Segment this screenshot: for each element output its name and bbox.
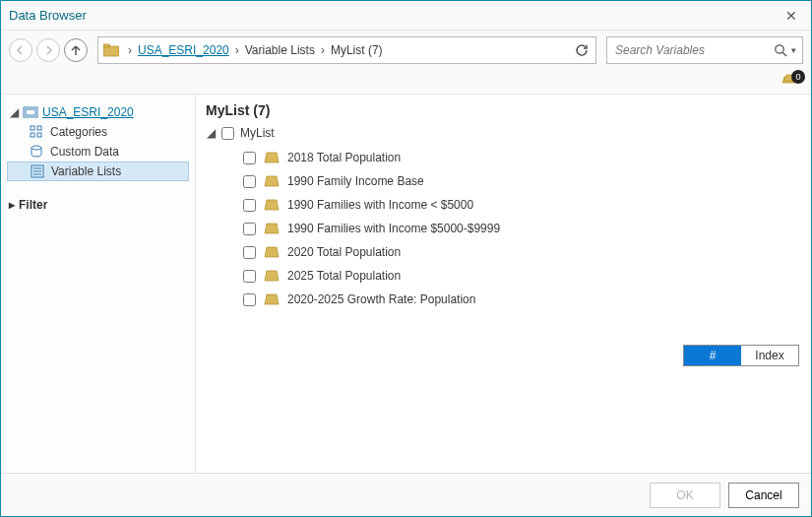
dataset-icon (23, 106, 38, 118)
data-browser-window: Data Browser ✕ › USA_ESRI_2020 › Variabl… (0, 0, 812, 517)
variable-row[interactable]: 2025 Total Population (204, 264, 799, 288)
breadcrumb-root[interactable]: USA_ESRI_2020 (136, 43, 231, 57)
variable-label: 1990 Families with Income $5000-$9999 (287, 222, 500, 235)
variable-icon (264, 151, 280, 164)
footer: OK Cancel (1, 473, 811, 516)
chevron-right-icon[interactable]: › (317, 43, 329, 57)
database-icon (29, 145, 44, 159)
toolbar: › USA_ESRI_2020 › Variable Lists › MyLis… (1, 31, 811, 70)
variable-label: 2018 Total Population (287, 151, 401, 164)
svg-rect-0 (104, 46, 119, 56)
titlebar: Data Browser ✕ (1, 1, 811, 31)
body: ◢ USA_ESRI_2020 Categories Custom Data (1, 94, 811, 473)
folder-icon (102, 43, 120, 57)
variable-checkbox[interactable] (243, 175, 256, 188)
collapse-icon[interactable]: ◢ (206, 126, 216, 140)
nav-up-button[interactable] (64, 38, 88, 62)
selection-count-badge: 0 (791, 70, 805, 84)
variable-checkbox[interactable] (243, 270, 256, 283)
breadcrumb-bar[interactable]: › USA_ESRI_2020 › Variable Lists › MyLis… (97, 36, 596, 64)
svg-marker-17 (265, 153, 279, 162)
variable-row[interactable]: 2018 Total Population (204, 146, 799, 169)
chevron-right-icon[interactable]: ▸ (9, 198, 15, 212)
list-root-label: MyList (240, 126, 275, 140)
breadcrumb-seg2[interactable]: MyList (7) (329, 43, 385, 57)
selection-badge-row: 0 (1, 70, 811, 94)
refresh-button[interactable] (570, 38, 593, 62)
value-format-toggle[interactable]: # Index (683, 345, 799, 366)
dropdown-icon[interactable]: ▾ (791, 45, 796, 55)
svg-marker-20 (265, 224, 279, 233)
svg-rect-9 (37, 126, 41, 130)
variable-label: 2025 Total Population (287, 269, 401, 283)
stack-icon[interactable]: 0 (780, 72, 801, 90)
svg-marker-19 (265, 200, 279, 210)
toggle-hash[interactable]: # (684, 346, 741, 365)
list-icon (30, 164, 45, 178)
chevron-right-icon[interactable]: › (231, 43, 243, 57)
svg-rect-8 (31, 126, 34, 130)
variable-checkbox[interactable] (243, 223, 256, 235)
svg-line-3 (782, 52, 786, 56)
close-button[interactable]: ✕ (780, 4, 803, 28)
variable-row[interactable]: 2020-2025 Growth Rate: Population (204, 288, 799, 311)
svg-point-12 (31, 146, 41, 150)
svg-marker-18 (265, 176, 279, 186)
svg-rect-10 (31, 133, 34, 137)
sidebar-item-label: Variable Lists (51, 164, 121, 178)
collapse-icon[interactable]: ◢ (9, 105, 19, 119)
filter-label: Filter (19, 198, 47, 212)
variable-icon (264, 222, 280, 235)
search-box[interactable]: ▾ (606, 36, 803, 64)
variable-icon (264, 269, 280, 283)
sidebar: ◢ USA_ESRI_2020 Categories Custom Data (1, 95, 196, 473)
variable-label: 2020-2025 Growth Rate: Population (287, 292, 475, 306)
sidebar-item-label: Categories (50, 125, 107, 139)
search-input[interactable] (613, 42, 774, 58)
sidebar-item-label: Custom Data (50, 145, 119, 159)
grid-icon (29, 125, 44, 139)
nav-back-button[interactable] (9, 38, 32, 62)
svg-point-2 (776, 45, 783, 53)
tree-root-label: USA_ESRI_2020 (42, 105, 134, 119)
sidebar-item-custom-data[interactable]: Custom Data (7, 142, 189, 162)
svg-rect-7 (26, 109, 35, 115)
main-panel: MyList (7) ◢ MyList 2018 Total Populatio… (196, 95, 811, 473)
svg-marker-21 (265, 247, 279, 257)
breadcrumb-seg1[interactable]: Variable Lists (243, 43, 317, 57)
filter-section[interactable]: ▸ Filter (7, 195, 189, 215)
window-title: Data Browser (9, 8, 87, 23)
variable-icon (264, 174, 280, 188)
search-icon[interactable] (774, 43, 787, 57)
svg-rect-1 (104, 44, 110, 47)
variable-icon (264, 292, 280, 306)
variable-checkbox[interactable] (243, 293, 256, 306)
variable-label: 1990 Families with Income < $5000 (287, 198, 473, 212)
svg-marker-22 (265, 271, 279, 281)
variable-icon (264, 245, 280, 259)
variable-checkbox[interactable] (243, 199, 256, 212)
variable-checkbox[interactable] (243, 152, 256, 164)
variable-label: 1990 Family Income Base (287, 174, 424, 188)
toggle-index[interactable]: Index (741, 346, 798, 365)
variable-icon (264, 198, 280, 212)
tree-root-node[interactable]: ◢ USA_ESRI_2020 (7, 102, 189, 122)
cancel-button[interactable]: Cancel (728, 483, 799, 508)
sidebar-item-categories[interactable]: Categories (7, 122, 189, 142)
variable-row[interactable]: 2020 Total Population (204, 240, 799, 264)
variable-row[interactable]: 1990 Families with Income $5000-$9999 (204, 217, 799, 240)
variable-checkbox[interactable] (243, 246, 256, 259)
list-heading: MyList (7) (206, 102, 799, 118)
list-root-checkbox[interactable] (221, 127, 234, 140)
svg-rect-11 (37, 133, 41, 137)
nav-forward-button[interactable] (36, 38, 60, 62)
sidebar-item-variable-lists[interactable]: Variable Lists (7, 162, 189, 181)
variable-label: 2020 Total Population (287, 245, 401, 259)
list-root-row[interactable]: ◢ MyList (204, 124, 799, 146)
variable-row[interactable]: 1990 Families with Income < $5000 (204, 193, 799, 217)
ok-button[interactable]: OK (650, 483, 720, 508)
variable-row[interactable]: 1990 Family Income Base (204, 169, 799, 193)
chevron-right-icon[interactable]: › (124, 43, 136, 57)
svg-marker-23 (265, 294, 279, 304)
